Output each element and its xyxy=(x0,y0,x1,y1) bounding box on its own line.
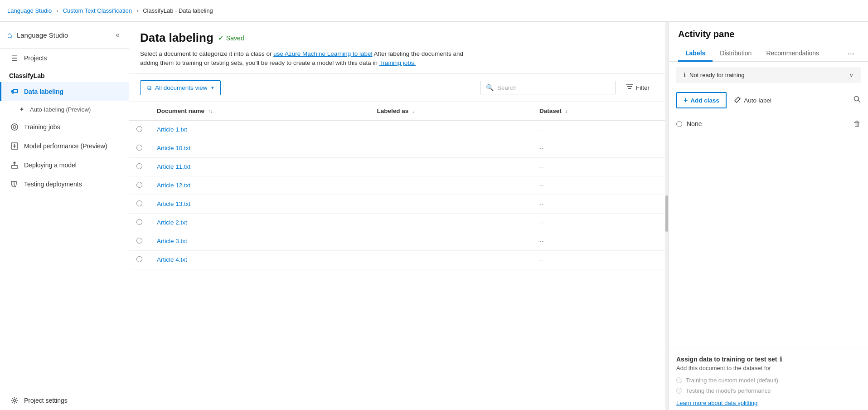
sidebar-item-training-jobs[interactable]: Training jobs xyxy=(0,117,129,137)
row-doc-name-2: Article 11.txt xyxy=(150,157,369,176)
doc-radio-6[interactable] xyxy=(136,238,142,244)
assign-option-training: Training the custom model (default) xyxy=(676,377,861,384)
doc-link-1[interactable]: Article 10.txt xyxy=(157,145,190,151)
azure-ml-link[interactable]: use Azure Machine Learning to label xyxy=(273,50,372,57)
search-box[interactable]: 🔍 xyxy=(480,81,616,94)
doc-link-5[interactable]: Article 2.txt xyxy=(157,219,187,226)
doc-radio-1[interactable] xyxy=(136,145,142,151)
sidebar-app-title[interactable]: Language Studio xyxy=(17,31,68,39)
pane-spacer xyxy=(669,133,868,348)
pane-tabs-more-button[interactable]: ··· xyxy=(843,47,859,60)
none-option-row: None 🗑 xyxy=(669,114,868,133)
row-radio-cell-6 xyxy=(129,232,150,250)
doc-link-7[interactable]: Article 4.txt xyxy=(157,256,187,263)
sidebar-project-settings-label: Project settings xyxy=(24,397,68,404)
table-col-dataset[interactable]: Dataset ↓ xyxy=(532,102,665,120)
desc-text1: Select a document to categorize it into … xyxy=(140,50,273,57)
filter-button[interactable]: Filter xyxy=(621,81,654,95)
breadcrumb-language-studio[interactable]: Language Studio xyxy=(7,7,52,14)
doc-radio-7[interactable] xyxy=(136,256,142,262)
doc-radio-3[interactable] xyxy=(136,182,142,188)
add-class-label: Add class xyxy=(690,97,719,104)
testing-option-label: Testing the model's performance xyxy=(686,387,771,394)
doc-link-0[interactable]: Article 1.txt xyxy=(157,126,187,133)
row-labeled-as-4 xyxy=(369,195,532,213)
row-dataset-0: -- xyxy=(532,120,665,139)
none-radio[interactable] xyxy=(676,121,682,127)
sidebar-item-projects[interactable]: ☰ Projects xyxy=(0,49,129,68)
row-doc-name-0: Article 1.txt xyxy=(150,120,369,139)
testing-icon xyxy=(10,180,19,188)
sidebar-item-testing-deployments[interactable]: Testing deployments xyxy=(0,175,129,194)
sidebar-training-jobs-label: Training jobs xyxy=(24,123,60,131)
table-row: Article 2.txt -- xyxy=(129,213,665,232)
training-icon xyxy=(10,123,19,131)
sidebar-item-model-performance[interactable]: Model performance (Preview) xyxy=(0,137,129,156)
row-labeled-as-1 xyxy=(369,139,532,157)
labeled-sort-icons[interactable]: ↓ xyxy=(412,108,415,114)
wand-icon xyxy=(734,96,741,105)
plus-icon: + xyxy=(684,96,688,104)
breadcrumb-custom-text[interactable]: Custom Text Classification xyxy=(63,7,132,14)
row-labeled-as-7 xyxy=(369,250,532,269)
sidebar-header: ⌂ Language Studio « xyxy=(0,22,129,49)
dataset-sort-icons[interactable]: ↓ xyxy=(565,108,567,114)
status-chevron-icon[interactable]: ∨ xyxy=(849,72,853,78)
doc-radio-0[interactable] xyxy=(136,126,142,132)
sidebar-item-data-labeling[interactable]: 🏷 Data labeling xyxy=(0,82,129,101)
row-labeled-as-6 xyxy=(369,232,532,250)
doc-link-2[interactable]: Article 11.txt xyxy=(157,163,190,170)
add-class-button[interactable]: + Add class xyxy=(676,92,727,108)
assign-info-icon: ℹ xyxy=(780,356,782,363)
row-dataset-7: -- xyxy=(532,250,665,269)
delete-none-button[interactable]: 🗑 xyxy=(853,120,861,128)
training-jobs-link[interactable]: Training jobs. xyxy=(379,59,416,66)
model-icon xyxy=(10,142,19,150)
row-labeled-as-0 xyxy=(369,120,532,139)
svg-point-0 xyxy=(11,124,18,130)
training-radio[interactable] xyxy=(676,377,682,383)
table-row: Article 4.txt -- xyxy=(129,250,665,269)
row-dataset-5: -- xyxy=(532,213,665,232)
doc-radio-4[interactable] xyxy=(136,200,142,206)
sidebar-item-deploying-model[interactable]: Deploying a model xyxy=(0,156,129,175)
page-header: Data labeling ✓ Saved Select a document … xyxy=(129,22,665,74)
breadcrumb-sep1: › xyxy=(56,7,58,14)
table-col-doc-name[interactable]: Document name ↑↓ xyxy=(150,102,369,120)
doc-link-3[interactable]: Article 12.txt xyxy=(157,182,190,189)
training-status-bar[interactable]: ℹ Not ready for training ∨ xyxy=(676,67,861,83)
row-radio-cell-1 xyxy=(129,139,150,157)
doc-radio-2[interactable] xyxy=(136,163,142,169)
doc-link-4[interactable]: Article 13.txt xyxy=(157,200,190,207)
doc-radio-5[interactable] xyxy=(136,219,142,225)
tab-distribution[interactable]: Distribution xyxy=(713,46,759,62)
table-col-labeled-as[interactable]: Labeled as ↓ xyxy=(369,102,532,120)
breadcrumb-current: ClassifyLab - Data labeling xyxy=(143,7,213,14)
learn-more-link[interactable]: Learn more about data splitting xyxy=(676,400,757,406)
documents-table-container: Document name ↑↓ Labeled as ↓ Dataset ↓ xyxy=(129,102,665,410)
auto-label-button[interactable]: Auto-label xyxy=(734,96,771,105)
tab-labels[interactable]: Labels xyxy=(678,46,713,62)
row-doc-name-5: Article 2.txt xyxy=(150,213,369,232)
doc-link-6[interactable]: Article 3.txt xyxy=(157,238,187,244)
scrollbar-thumb xyxy=(665,195,668,232)
svg-point-4 xyxy=(14,400,16,402)
row-radio-cell-3 xyxy=(129,176,150,195)
breadcrumb-bar: Language Studio › Custom Text Classifica… xyxy=(0,0,868,22)
pane-search-button[interactable] xyxy=(853,96,861,105)
search-input[interactable] xyxy=(497,84,610,91)
view-dropdown-button[interactable]: ⧉ All documents view ▾ xyxy=(140,80,221,95)
testing-radio[interactable] xyxy=(676,388,682,394)
svg-rect-3 xyxy=(11,166,18,168)
training-option-label: Training the custom model (default) xyxy=(686,377,778,384)
sidebar-collapse-button[interactable]: « xyxy=(114,29,121,41)
svg-point-1 xyxy=(13,126,16,128)
sidebar-item-auto-labeling[interactable]: ✦ Auto-labeling (Preview) xyxy=(0,101,129,117)
sidebar-item-project-settings[interactable]: Project settings xyxy=(0,391,129,410)
assign-option-testing: Testing the model's performance xyxy=(676,387,861,394)
sort-icons[interactable]: ↑↓ xyxy=(208,108,213,114)
scrollbar[interactable] xyxy=(665,22,669,410)
auto-label-label: Auto-label xyxy=(744,97,771,104)
row-radio-cell-4 xyxy=(129,195,150,213)
tab-recommendations[interactable]: Recommendations xyxy=(759,46,826,62)
